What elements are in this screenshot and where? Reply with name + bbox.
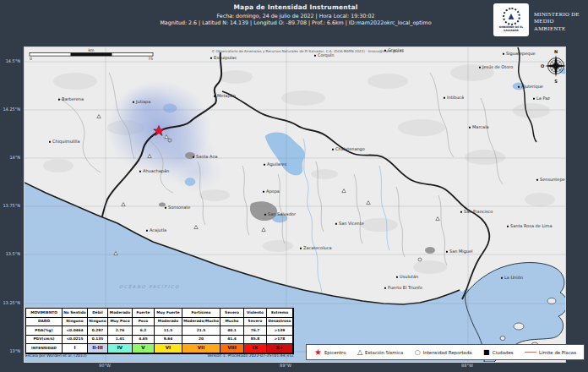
table-cell: Débil: [88, 309, 108, 318]
city-label: Ajuterique: [521, 84, 543, 90]
table-cell: 4.65: [133, 336, 155, 345]
el-salvador-seal-icon: [503, 8, 520, 25]
city-label: Sensuntepeque: [540, 177, 565, 183]
city-marker-icon: [146, 230, 148, 232]
table-notes: Escala por Worden et al. (2012) Versión …: [25, 353, 294, 358]
station-triangle-icon: △: [357, 349, 362, 356]
legend-item-label: Estación Sísmica: [365, 350, 403, 355]
legend-item-label: Límite de Placas: [539, 350, 576, 355]
table-cell: VI: [155, 344, 182, 353]
table-cell: Ninguno: [88, 318, 108, 327]
compass-s: S: [554, 79, 558, 84]
symbol-legend: ★Epicentro△Estación Sísmica○Intensidad R…: [306, 344, 585, 360]
city-marker-icon: [503, 53, 504, 55]
table-cell: 41.4: [220, 336, 244, 345]
table-cell: 21.5: [182, 326, 220, 336]
city-label: Aguilares: [267, 161, 287, 167]
header-event-line: Magnitud: 2.6 | Latitud N: 14.139 | Long…: [25, 19, 566, 25]
legend-item-label: Ciudades: [493, 350, 514, 355]
table-cell: <0.0215: [63, 336, 88, 345]
city-label: Intibucá: [447, 95, 464, 100]
city-marker-icon: [518, 86, 520, 88]
city-marker-icon: [469, 127, 471, 129]
scale-unit: km: [89, 48, 95, 52]
city-label: Siguatepeque: [506, 51, 536, 57]
city-marker-icon: [263, 191, 264, 193]
scale-start: 0: [30, 57, 32, 61]
table-row-header: PGA(%g): [26, 326, 63, 336]
city-label: La Paz: [536, 96, 550, 101]
table-cell: 1.41: [108, 336, 133, 345]
latitude-labels: 14.5°N14.25°N14°N13.75°N13.5°N13.25°N13°…: [2, 46, 22, 361]
legend-item-label: Intensidad Reportada: [423, 350, 472, 355]
table-cell: 20: [182, 336, 220, 345]
city-label: Esquipulas: [214, 55, 237, 61]
city-label: Santa Ana: [196, 154, 218, 159]
table-row-header: INTENSIDAD: [26, 344, 63, 353]
intensity-scale-table: MOVIMIENTONo SentidoDébilModeradoFuerteM…: [25, 308, 294, 354]
city-label: Jesús de Otoro: [482, 64, 513, 69]
city-marker-icon: [165, 207, 166, 209]
city-label: Jutiapa: [135, 99, 150, 105]
city-label: Chalatenango: [335, 146, 365, 152]
ministry-label: MINISTERIO DE MEDIO AMBIENTE: [534, 11, 586, 32]
table-cell: Fuerte: [133, 309, 155, 318]
city-label: Acajutla: [150, 227, 166, 233]
city-label: Marcala: [472, 124, 489, 129]
table-cell: X+: [267, 344, 293, 353]
table-cell: I: [63, 344, 88, 353]
legend-item: △Estación Sísmica: [357, 349, 403, 356]
city-marker-icon: [314, 55, 316, 57]
city-marker-icon: [49, 141, 51, 143]
city-marker-icon: [460, 211, 462, 213]
map-attribution: © Observatorio de Amenazas y Recursos Na…: [211, 49, 404, 53]
table-cell: Extremo: [267, 309, 293, 318]
city-square-icon: ■: [483, 349, 490, 356]
table-cell: VII: [182, 344, 220, 353]
city-marker-icon: [444, 97, 445, 99]
city-marker-icon: [479, 67, 481, 68]
legend-item: Límite de Placas: [525, 350, 576, 355]
city-marker-icon: [501, 277, 503, 279]
plate-line-icon: [525, 352, 536, 353]
lon-tick-label: 88°W: [456, 363, 478, 368]
table-cell: Desastroso: [267, 318, 293, 327]
lat-tick-label: 13.75°N: [3, 203, 20, 208]
city-marker-icon: [193, 156, 194, 158]
page-title: Mapa de Intensidad Instrumental: [25, 3, 566, 11]
header: Mapa de Intensidad Instrumental Fecha: d…: [25, 3, 566, 25]
table-cell: V: [133, 344, 155, 353]
city-label: Santa Rosa de Lima: [510, 223, 553, 228]
lat-tick-label: 13°N: [9, 348, 20, 353]
city-marker-icon: [264, 214, 266, 216]
reported-intensity-icon: ○: [415, 349, 421, 356]
lat-tick-label: 14°N: [9, 155, 20, 160]
table-cell: 76.7: [244, 326, 267, 336]
header-date-line: Fecha: domingo, 24 de julio de 2022 | Ho…: [25, 13, 566, 19]
city-label: San Vicente: [339, 221, 364, 226]
table-cell: Poco: [133, 318, 155, 327]
lon-tick-label: 90°W: [94, 363, 116, 368]
table-cell: 6.2: [133, 326, 155, 336]
city-marker-icon: [384, 287, 386, 289]
lon-tick-label: 89°W: [275, 363, 297, 368]
city-marker-icon: [446, 251, 448, 253]
city-label: Usulután: [400, 274, 418, 279]
legend-item: ■Ciudades: [483, 349, 514, 356]
city-marker-icon: [133, 101, 134, 103]
table-cell: IV: [108, 344, 133, 353]
compass-n: N: [554, 49, 558, 54]
compass-w: O: [541, 63, 544, 68]
longitude-labels: 90°W89°W88°W: [24, 363, 564, 371]
table-cell: VIII: [220, 344, 244, 353]
city-label: San Miguel: [449, 249, 473, 254]
legend-item: ○Intensidad Reportada: [415, 349, 472, 356]
epicenter-star-icon: ★: [314, 348, 322, 357]
table-cell: 85.8: [244, 336, 267, 345]
city-label: San Salvador: [268, 211, 297, 216]
table-cell: Severo: [220, 309, 244, 318]
processing-note: Versión 1: Procesado 2022-07-25T01:44:31…: [207, 353, 294, 358]
table-cell: Fortísimo: [182, 309, 220, 318]
table-cell: Muy Poco: [108, 318, 133, 327]
city-label: Apopa: [266, 189, 280, 194]
